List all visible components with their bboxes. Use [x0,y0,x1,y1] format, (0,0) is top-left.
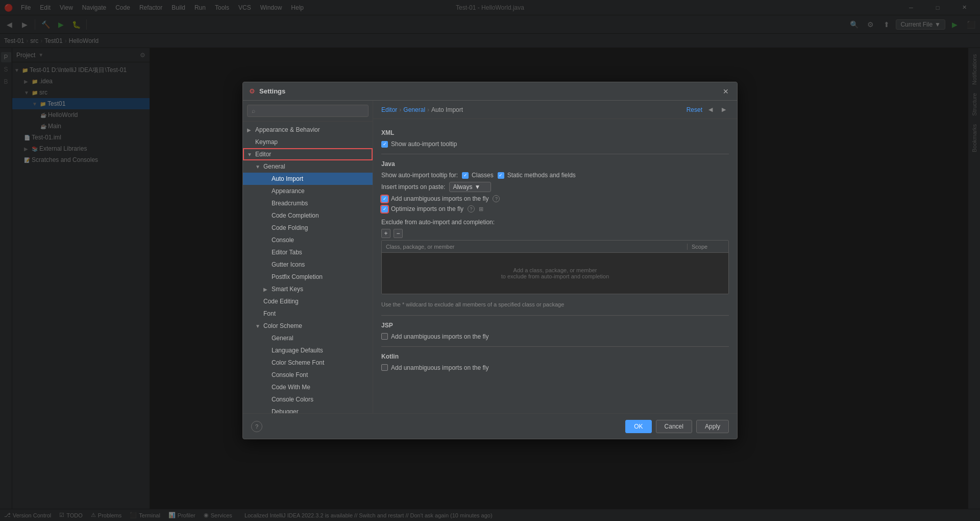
nav-color-scheme-general[interactable]: General [243,332,373,344]
optimize-imports-checkbox[interactable]: ✓ Optimize imports on the fly [381,205,463,212]
exclude-col-class: Class, package, or member [382,244,688,250]
exclude-controls-row: + − [381,229,729,238]
divider-1 [381,154,729,154]
exclude-label: Exclude from auto-import and completion: [381,219,729,226]
nav-code-completion[interactable]: Code Completion [243,209,373,222]
settings-search-input[interactable] [247,105,369,117]
dialog-title-bar: ⚙ Settings ✕ [243,82,737,101]
optimize-imports-help-icon[interactable]: ? [468,205,475,212]
nav-console-colors[interactable]: Console Colors [243,393,373,406]
settings-nav: ▶ Appearance & Behavior Keymap ▼ Editor [243,101,373,413]
java-static-checkbox[interactable]: ✓ Static methods and fields [498,172,576,179]
nav-editor-tabs[interactable]: Editor Tabs [243,246,373,258]
xml-tooltip-cb: ✓ [381,141,388,148]
kotlin-add-unambiguous-checkbox[interactable]: Add unambiguous imports on the fly [381,364,488,371]
nav-color-scheme-font[interactable]: Color Scheme Font [243,357,373,369]
nav-code-with-me[interactable]: Code With Me [243,381,373,393]
nav-appearance-behavior[interactable]: ▶ Appearance & Behavior [243,124,373,136]
nav-auto-import[interactable]: Auto Import [243,173,373,185]
settings-header-right: Reset ◀ ▶ [687,105,729,115]
add-unambiguous-java-row: ✓ Add unambiguous imports on the fly ? [381,195,729,202]
settings-dialog: ⚙ Settings ✕ ▶ Appearance & Behavior [242,82,738,439]
nav-code-folding[interactable]: Code Folding [243,222,373,234]
breadcrumb-general[interactable]: General [403,106,425,113]
nav-keymap[interactable]: Keymap [243,136,373,148]
modal-overlay: ⚙ Settings ✕ ▶ Appearance & Behavior [0,0,980,521]
xml-show-tooltip-row: ✓ Show auto-import tooltip [381,140,729,148]
jsp-section-label: JSP [381,322,729,329]
nav-debugger[interactable]: Debugger [243,406,373,413]
nav-font[interactable]: Font [243,307,373,320]
dialog-footer: ? OK Cancel Apply [243,413,737,439]
dialog-close-button[interactable]: ✕ [721,86,731,97]
ok-button[interactable]: OK [625,420,651,433]
back-nav-button[interactable]: ◀ [705,105,716,115]
nav-appearance[interactable]: Appearance [243,185,373,197]
nav-editor[interactable]: ▼ Editor [243,148,373,160]
exclude-add-button[interactable]: + [381,229,390,238]
settings-nav-tree: ▶ Appearance & Behavior Keymap ▼ Editor [243,122,373,413]
insert-imports-select[interactable]: Always ▼ [449,182,491,192]
exclude-col-scope: Scope [688,244,728,250]
settings-breadcrumb: Editor › General › Auto Import [381,106,463,113]
wildcard-note: Use the * wildcard to exclude all member… [381,300,729,309]
xml-show-tooltip-checkbox[interactable]: ✓ Show auto-import tooltip [381,140,457,148]
settings-content: Editor › General › Auto Import Reset ◀ ▶ [373,101,737,413]
nav-console[interactable]: Console [243,234,373,246]
nav-breadcrumbs[interactable]: Breadcrumbs [243,197,373,209]
dialog-body: ▶ Appearance & Behavior Keymap ▼ Editor [243,101,737,413]
settings-content-header: Editor › General › Auto Import Reset ◀ ▶ [373,101,737,119]
insert-imports-row: Insert imports on paste: Always ▼ [381,182,729,192]
settings-search-area [243,101,373,122]
optimize-imports-cb: ✓ [381,206,388,212]
exclude-remove-button[interactable]: − [394,229,403,238]
exclude-table: Class, package, or member Scope Add a cl… [381,240,729,294]
breadcrumb-editor[interactable]: Editor [381,106,397,113]
exclude-empty-area: Add a class, package, or member to exclu… [382,253,728,294]
nav-arrow-icon: ▶ [247,127,253,133]
jsp-add-unambiguous-row: Add unambiguous imports on the fly [381,333,729,340]
kotlin-add-unambiguous-cb [381,364,388,371]
jsp-add-unambiguous-cb [381,333,388,340]
nav-language-defaults[interactable]: Language Defaults [243,344,373,357]
dialog-title: Settings [259,87,285,95]
exclude-table-header: Class, package, or member Scope [382,241,728,253]
cancel-button[interactable]: Cancel [656,420,692,433]
jsp-add-unambiguous-checkbox[interactable]: Add unambiguous imports on the fly [381,333,488,340]
nav-code-editing[interactable]: Code Editing [243,295,373,307]
dialog-icon: ⚙ [249,87,255,95]
nav-color-scheme[interactable]: ▼ Color Scheme [243,320,373,332]
apply-button[interactable]: Apply [696,420,729,433]
settings-scroll-area: XML ✓ Show auto-import tooltip Java Show… [373,119,737,413]
java-classes-checkbox[interactable]: ✓ Classes [462,172,494,179]
kotlin-section-label: Kotlin [381,353,729,360]
nav-gutter-icons[interactable]: Gutter Icons [243,258,373,271]
optimize-imports-extra-icon: ⊞ [479,206,483,212]
optimize-imports-row: ✓ Optimize imports on the fly ? ⊞ [381,205,729,212]
add-unambiguous-help-icon[interactable]: ? [493,195,500,202]
add-unambiguous-java-cb: ✓ [381,196,388,202]
dialog-help-button[interactable]: ? [251,421,262,432]
java-tooltip-for-row: Show auto-import tooltip for: ✓ Classes … [381,172,729,179]
divider-2 [381,315,729,316]
divider-3 [381,346,729,347]
forward-nav-button[interactable]: ▶ [719,105,729,115]
kotlin-add-unambiguous-row: Add unambiguous imports on the fly [381,364,729,371]
java-static-cb: ✓ [498,172,504,179]
nav-console-font[interactable]: Console Font [243,369,373,381]
reset-button[interactable]: Reset [687,106,702,113]
nav-postfix-completion[interactable]: Postfix Completion [243,271,373,283]
nav-smart-keys[interactable]: ▶ Smart Keys [243,283,373,295]
add-unambiguous-java-checkbox[interactable]: ✓ Add unambiguous imports on the fly [381,195,488,202]
breadcrumb-auto-import: Auto Import [431,106,463,113]
exclude-section: Exclude from auto-import and completion:… [381,219,729,294]
xml-section-label: XML [381,129,729,136]
java-section-label: Java [381,160,729,168]
java-classes-cb: ✓ [462,172,469,179]
nav-general[interactable]: ▼ General [243,160,373,173]
